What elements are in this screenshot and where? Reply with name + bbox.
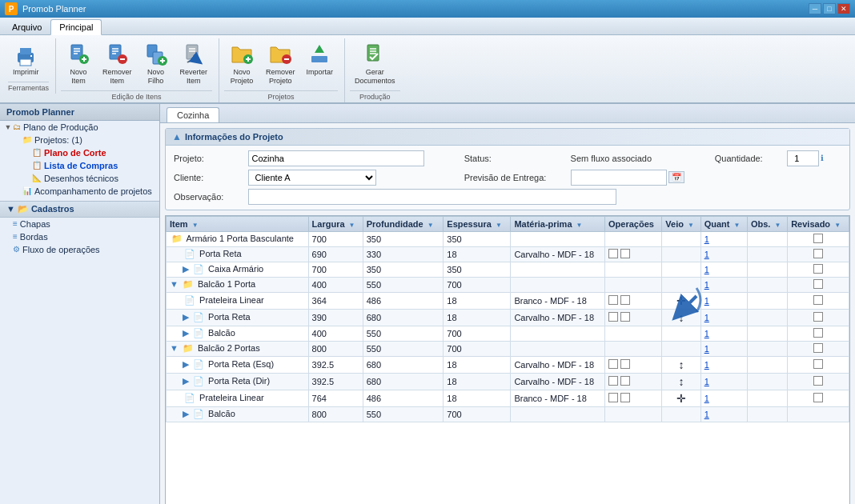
op-checkbox2[interactable] <box>620 295 630 305</box>
tab-principal[interactable]: Principal <box>50 19 102 35</box>
row-folder-icon: 📁 <box>183 279 194 290</box>
quant-link[interactable]: 1 <box>704 250 709 259</box>
qty-input[interactable] <box>787 150 819 166</box>
op-checkbox2[interactable] <box>620 312 630 322</box>
th-profundidade: Profundidade ▼ <box>363 216 444 231</box>
quant-link[interactable]: 1 <box>704 410 709 419</box>
qty-info-icon[interactable]: ℹ <box>821 154 824 162</box>
checkbox[interactable] <box>813 359 823 369</box>
op-checkbox2[interactable] <box>620 393 630 402</box>
close-button[interactable]: ✕ <box>837 3 850 14</box>
row-expand[interactable]: ▶ <box>183 359 189 369</box>
row-expand[interactable]: ▼ <box>170 343 179 353</box>
checkbox[interactable] <box>813 234 823 243</box>
op-checkbox2[interactable] <box>620 249 630 258</box>
tree-item-chapas[interactable]: ≡ Chapas <box>0 218 159 230</box>
collapse-btn[interactable]: ▲ <box>172 131 182 142</box>
tree-item-fluxo[interactable]: ⚙ Fluxo de operações <box>0 243 159 256</box>
row-doc-icon: 📄 <box>184 249 195 260</box>
tree-item-lista-compras[interactable]: 📋 Lista de Compras <box>0 159 159 172</box>
cell-material: Carvalho - MDF - 18 <box>511 357 605 374</box>
tree-item-bordas[interactable]: ≡ Bordas <box>0 230 159 243</box>
row-expand[interactable]: ▶ <box>183 409 189 418</box>
client-select[interactable]: Cliente A <box>248 170 376 186</box>
tree-item-plano[interactable]: ▼ 🗂 Plano de Produção <box>0 121 159 134</box>
cell-quant: 1 <box>700 357 747 374</box>
quant-link[interactable]: 1 <box>704 344 709 354</box>
tree-item-acompanhamento[interactable]: 📊 Acompanhamento de projetos <box>0 185 159 198</box>
remover-item-button[interactable]: RemoverItem <box>98 38 137 89</box>
quant-link[interactable]: 1 <box>704 234 709 244</box>
op-checkbox1[interactable] <box>608 376 618 386</box>
checkbox[interactable] <box>813 393 823 402</box>
quant-link[interactable]: 1 <box>704 377 709 386</box>
cell-veio <box>662 326 700 341</box>
tree-item-plano-corte[interactable]: 📋 Plano de Corte <box>0 146 159 159</box>
delivery-input[interactable] <box>571 170 667 186</box>
checkbox[interactable] <box>813 328 823 338</box>
lista-compras-label: Lista de Compras <box>44 161 118 170</box>
remover-projeto-button[interactable]: RemoverProjeto <box>261 38 300 89</box>
cadastros-expand: ▼ <box>6 204 15 214</box>
cell-espessura: 700 <box>444 326 511 341</box>
cell-veio <box>662 231 700 246</box>
chapas-label: Chapas <box>20 219 50 229</box>
print-button[interactable]: Imprimir <box>8 38 44 80</box>
quant-link[interactable]: 1 <box>704 360 709 370</box>
cell-veio <box>662 262 700 277</box>
obs-input[interactable] <box>248 189 616 205</box>
cell-largura: 690 <box>308 246 363 262</box>
quant-link[interactable]: 1 <box>704 265 709 274</box>
quant-link[interactable]: 1 <box>704 329 709 338</box>
novo-projeto-label: NovoProjeto <box>231 68 254 86</box>
expand-plano: ▼ <box>3 123 13 131</box>
cell-veio: ✛ <box>662 390 700 407</box>
checkbox[interactable] <box>813 279 823 289</box>
novo-item-button[interactable]: NovoItem <box>61 38 96 89</box>
tab-arquivo[interactable]: Arquivo <box>3 19 50 34</box>
checkbox[interactable] <box>813 264 823 274</box>
novo-projeto-button[interactable]: NovoProjeto <box>224 38 259 89</box>
row-expand[interactable]: ▶ <box>183 328 189 338</box>
th-quant: Quant ▼ <box>700 216 747 231</box>
remover-projeto-label: RemoverProjeto <box>266 68 295 86</box>
checkbox[interactable] <box>813 376 823 386</box>
table-container[interactable]: Item ▼ Largura ▼ Profundidade ▼ Espessur… <box>165 215 850 504</box>
op-checkbox2[interactable] <box>620 359 630 369</box>
row-expand[interactable]: ▶ <box>183 264 189 274</box>
tree-item-desenhos[interactable]: 📐 Desenhos técnicos <box>0 172 159 185</box>
quant-link[interactable]: 1 <box>704 296 709 306</box>
content-area: Cozinha ▲ Informações do Projeto Projeto… <box>160 104 855 504</box>
reverter-item-button[interactable]: ReverterItem <box>175 38 213 89</box>
checkbox[interactable] <box>813 295 823 305</box>
projetos-label: Projetos <box>224 90 338 101</box>
cell-profundidade: 330 <box>363 246 444 262</box>
maximize-button[interactable]: □ <box>823 3 836 14</box>
row-lightdoc-icon: 📄 <box>193 264 204 275</box>
op-checkbox1[interactable] <box>608 359 618 369</box>
checkbox[interactable] <box>813 343 823 353</box>
svg-rect-1 <box>20 48 31 54</box>
row-expand[interactable]: ▶ <box>183 312 189 322</box>
gerar-docs-button[interactable]: GerarDocumentos <box>350 38 400 89</box>
svg-marker-31 <box>315 45 324 53</box>
op-checkbox1[interactable] <box>608 312 618 322</box>
row-expand[interactable]: ▼ <box>170 279 179 289</box>
calendar-button[interactable]: 📅 <box>668 171 684 183</box>
quant-link[interactable]: 1 <box>704 394 709 403</box>
row-expand[interactable]: ▶ <box>183 376 189 386</box>
quant-link[interactable]: 1 <box>704 313 709 322</box>
novo-filho-button[interactable]: NovoFilho <box>138 38 174 89</box>
op-checkbox1[interactable] <box>608 393 618 402</box>
quant-link[interactable]: 1 <box>704 280 709 290</box>
importar-button[interactable]: Importar <box>302 38 339 80</box>
tab-cozinha[interactable]: Cozinha <box>167 107 219 122</box>
op-checkbox1[interactable] <box>608 295 618 305</box>
tree-item-projetos[interactable]: 📁 Projetos: (1) <box>0 134 159 146</box>
op-checkbox1[interactable] <box>608 249 618 258</box>
checkbox[interactable] <box>813 249 823 258</box>
checkbox[interactable] <box>813 312 823 322</box>
op-checkbox2[interactable] <box>620 376 630 386</box>
project-input[interactable] <box>248 150 424 166</box>
minimize-button[interactable]: ─ <box>809 3 821 14</box>
